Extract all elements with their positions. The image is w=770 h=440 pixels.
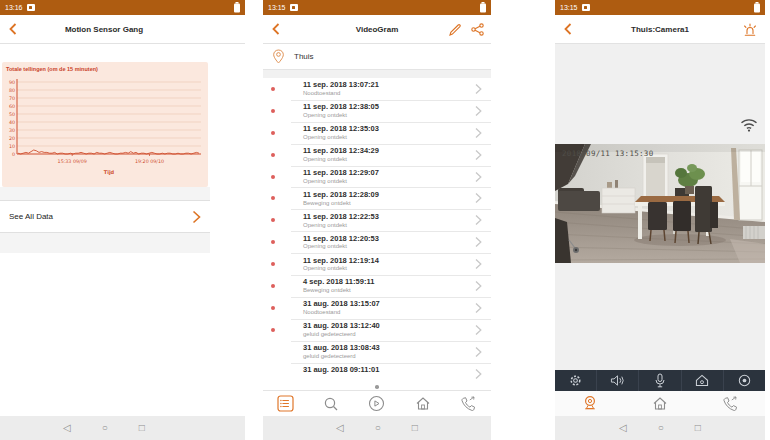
battery-icon [234,2,240,13]
tab-call[interactable] [695,396,765,412]
alert-dot [271,87,275,91]
svg-text:90: 90 [9,80,15,85]
location-pin-icon [272,49,285,64]
alert-dot [271,153,275,157]
chevron-right-icon [475,368,482,379]
motion-line-chart: 010203040506070809015:33 09/0919:20 09/1… [2,77,208,183]
tab-playback[interactable] [354,395,400,412]
share-icon[interactable] [471,23,484,36]
record-button[interactable] [723,370,765,391]
camera-video-feed[interactable]: 2018/09/11 13:15:30 [555,144,765,263]
event-subtitle: Opening ontdekt [303,243,379,250]
microphone-button[interactable] [638,370,680,391]
alert-dot [271,131,275,135]
alert-dot [271,196,275,200]
event-date: 11 sep. 2018 12:38:05 [303,102,379,112]
android-recents-button[interactable]: □ [412,423,418,433]
nav-bar: Thuis:Camera1 [555,15,765,44]
see-all-data-row[interactable]: See All Data [0,200,210,233]
svg-text:80: 80 [9,88,15,93]
alert-dot [271,262,275,266]
camera-control-toolbar [555,370,765,391]
event-list: 11 sep. 2018 13:07:21Noodtoestand11 sep.… [263,78,491,384]
event-row[interactable]: 11 sep. 2018 12:35:03Opening ontdekt [263,122,491,144]
android-home-button[interactable]: ○ [102,423,108,433]
settings-button[interactable] [555,370,596,391]
event-row[interactable]: 11 sep. 2018 12:22:53Opening ontdekt [263,209,491,231]
nav-bar: Motion Sensor Gang [0,15,245,44]
event-row[interactable]: 4 sep. 2018 11:59:11Beweging ontdekt [263,275,491,297]
chevron-right-icon [475,171,482,182]
chevron-right-icon [475,193,482,204]
home-icon [652,396,668,411]
phone-call-icon [722,396,738,412]
android-home-button[interactable]: ○ [375,423,381,433]
event-subtitle: Opening ontdekt [303,222,379,229]
speaker-icon [610,374,625,387]
svg-text:Tijd: Tijd [104,169,115,176]
svg-text:40: 40 [9,120,15,125]
event-row[interactable]: 31 aug. 2018 13:15:07Noodtoestand [263,297,491,319]
status-bar: 13:15 [263,0,491,15]
tab-camera[interactable] [555,395,625,412]
svg-text:10: 10 [9,144,15,149]
battery-icon [480,2,486,13]
event-subtitle: Opening ontdekt [303,134,379,141]
page-title: Motion Sensor Gang [0,25,208,34]
event-row[interactable]: 11 sep. 2018 12:34:29Opening ontdekt [263,144,491,166]
video-timestamp: 2018/09/11 13:15:30 [562,149,654,158]
edit-pencil-icon[interactable] [448,23,462,37]
event-subtitle: Opening ontdekt [303,156,379,163]
screenshot-notification-icon [582,4,590,11]
event-subtitle: Opening ontdekt [303,265,379,272]
tab-events-list[interactable] [263,395,309,412]
android-home-button[interactable]: ○ [658,423,664,433]
android-recents-button[interactable]: □ [139,423,145,433]
event-date: 11 sep. 2018 12:19:14 [303,256,379,266]
event-date: 31 aug. 2018 13:12:40 [303,321,380,331]
event-row[interactable]: 11 sep. 2018 12:28:09Beweging ontdekt [263,187,491,209]
event-subtitle: Opening ontdekt [303,112,379,119]
screen-camera-live: 13:15 Thuis:Camera1 [555,0,765,440]
android-back-button[interactable]: ◁ [336,423,344,433]
event-row[interactable]: 11 sep. 2018 12:19:14Opening ontdekt [263,253,491,275]
android-recents-button[interactable]: □ [695,423,701,433]
location-row[interactable]: Thuis [263,44,491,70]
chevron-right-icon [475,237,482,248]
event-row[interactable]: 31 aug. 2018 09:11:01 [263,363,491,384]
camera-screen-body: 2018/09/11 13:15:30 [555,44,765,416]
screen-videogram-events: 13:15 VideoGram Thuis 11 sep. 2018 13:07… [263,0,491,440]
event-row[interactable]: 31 aug. 2018 13:12:40geluid gedetecteerd [263,319,491,341]
chevron-right-icon [475,149,482,160]
android-back-button[interactable]: ◁ [63,423,71,433]
record-icon [738,374,751,387]
event-date: 11 sep. 2018 12:29:07 [303,168,379,178]
status-time: 13:15 [268,4,286,11]
microphone-icon [654,373,666,388]
phone-call-icon [460,396,476,412]
event-subtitle [303,375,379,382]
alert-dot [271,240,275,244]
event-subtitle: Beweging ontdekt [303,200,379,207]
android-back-button[interactable]: ◁ [619,423,627,433]
event-row[interactable]: 31 aug. 2018 13:08:43geluid gedetecteerd [263,341,491,363]
event-row[interactable]: 11 sep. 2018 12:38:05Opening ontdekt [263,100,491,122]
tab-home[interactable] [400,396,446,411]
tab-home[interactable] [625,396,695,411]
tab-search[interactable] [309,396,355,412]
event-row[interactable]: 11 sep. 2018 12:20:53Opening ontdekt [263,231,491,253]
event-row[interactable]: 11 sep. 2018 12:29:07Opening ontdekt [263,166,491,188]
chevron-right-icon [475,346,482,357]
speaker-button[interactable] [596,370,638,391]
status-time: 13:15 [560,4,578,11]
tab-call[interactable] [445,396,491,412]
motion-chart-card: Totale tellingen (om de 15 minuten) 0102… [2,62,208,187]
see-all-data-label: See All Data [9,212,53,221]
alarm-siren-icon[interactable] [742,23,758,37]
home-camera-button[interactable] [681,370,723,391]
event-row[interactable]: 11 sep. 2018 13:07:21Noodtoestand [263,78,491,100]
screenshot-canvas: 13:16 Motion Sensor Gang Totale tellinge… [0,0,770,440]
event-subtitle: Beweging ontdekt [303,287,374,294]
chevron-right-icon [475,215,482,226]
svg-text:19:20 09/10: 19:20 09/10 [135,159,164,164]
